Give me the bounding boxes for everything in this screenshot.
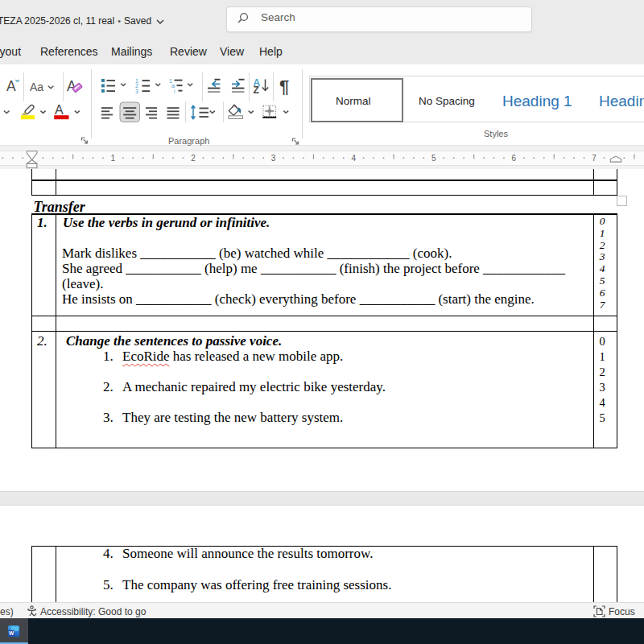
svg-text:W: W <box>9 630 14 636</box>
svg-text:3: 3 <box>271 154 276 163</box>
svg-text:4: 4 <box>351 154 356 163</box>
svg-text:A: A <box>55 103 64 117</box>
svg-text:5: 5 <box>431 154 436 163</box>
svg-text:3: 3 <box>135 89 138 94</box>
svg-text:7: 7 <box>592 154 597 163</box>
svg-text:i: i <box>174 89 175 94</box>
svg-text:¶: ¶ <box>279 76 289 97</box>
svg-text:1: 1 <box>111 154 116 163</box>
svg-text:A: A <box>6 78 16 94</box>
svg-text:2: 2 <box>191 154 196 163</box>
svg-text:6: 6 <box>512 154 517 163</box>
svg-text:Z: Z <box>254 85 259 96</box>
svg-text:Aa: Aa <box>30 80 43 93</box>
